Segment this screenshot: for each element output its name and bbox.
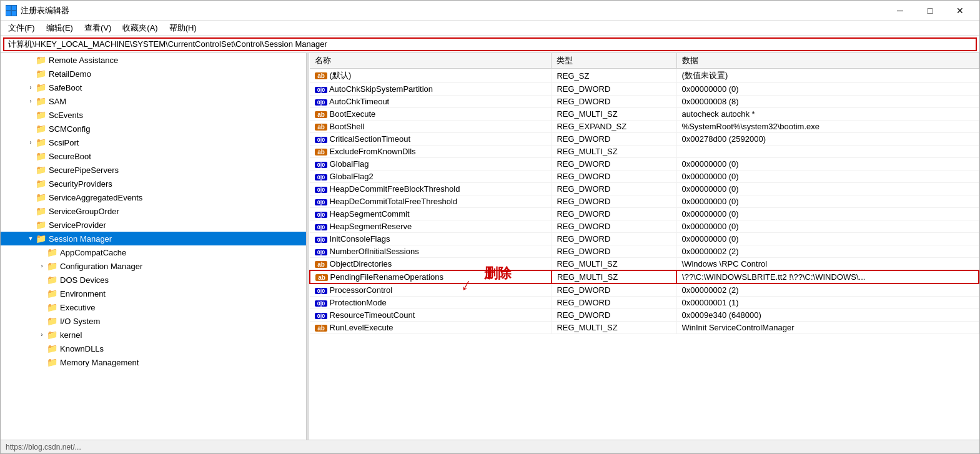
tree-item[interactable]: 📁Memory Management (1, 355, 306, 369)
expand-button[interactable] (37, 275, 47, 285)
expand-button[interactable]: › (26, 96, 36, 106)
dword-icon: 0|0 (315, 224, 327, 230)
tree-item-label: Environment (60, 289, 106, 299)
table-row[interactable]: 0|0 NumberOfInitialSessionsREG_DWORD0x00… (310, 245, 979, 258)
expand-button[interactable]: › (37, 330, 47, 340)
folder-icon: 📁 (36, 151, 46, 161)
folder-icon: 📁 (47, 275, 57, 285)
table-row[interactable]: ab PendingFileRenameOperationsREG_MULTI_… (310, 270, 979, 284)
table-row[interactable]: 0|0 CriticalSectionTimeoutREG_DWORD0x002… (310, 133, 979, 146)
tree-item[interactable]: 📁RetailDemo (1, 67, 306, 81)
cell-data: 0x00000002 (2) (676, 284, 979, 297)
expand-button[interactable] (26, 151, 36, 161)
folder-icon: 📁 (47, 330, 57, 340)
menu-item[interactable]: 编辑(E) (41, 21, 78, 35)
tree-item[interactable]: ▼📁Session Manager (1, 232, 306, 245)
table-row[interactable]: ab BootShellREG_EXPAND_SZ%SystemRoot%\sy… (310, 121, 979, 133)
expand-button[interactable] (26, 124, 36, 134)
cell-name: 0|0 HeapSegmentReserve (310, 220, 552, 233)
menu-item[interactable]: 帮助(H) (164, 21, 202, 35)
menu-item[interactable]: 文件(F) (3, 21, 40, 35)
tree-item-label: ServiceGroupOrder (49, 207, 119, 216)
expand-button[interactable]: › (26, 82, 36, 92)
table-row[interactable]: 0|0 HeapDeCommitTotalFreeThresholdREG_DW… (310, 195, 979, 208)
expand-button[interactable] (37, 343, 47, 353)
table-row[interactable]: 0|0 ProtectionModeREG_DWORD0x00000001 (1… (310, 297, 979, 309)
cell-data: 0x00000000 (0) (676, 233, 979, 245)
close-button[interactable]: ✕ (946, 1, 974, 21)
table-row[interactable]: 0|0 HeapDeCommitFreeBlockThresholdREG_DW… (310, 183, 979, 195)
expand-button[interactable]: › (37, 261, 47, 271)
tree-item[interactable]: 📁SCMConfig (1, 122, 306, 136)
table-row[interactable]: ab RunLevelExecuteREG_MULTI_SZWinInit Se… (310, 322, 979, 334)
folder-icon: 📁 (47, 289, 57, 299)
tree-item[interactable]: 📁ServiceGroupOrder (1, 204, 306, 218)
expand-button[interactable] (37, 357, 47, 367)
cell-name: 0|0 HeapDeCommitTotalFreeThreshold (310, 195, 552, 208)
tree-item[interactable]: 📁SecureBoot (1, 149, 306, 163)
expand-button[interactable] (37, 302, 47, 312)
expand-button[interactable] (26, 206, 36, 216)
folder-icon: 📁 (36, 110, 46, 120)
table-row[interactable]: 0|0 HeapSegmentCommitREG_DWORD0x00000000… (310, 208, 979, 220)
table-row[interactable]: ab (默认)REG_SZ(数值未设置) (310, 69, 979, 83)
cell-name: ab BootExecute (310, 108, 552, 121)
expand-button[interactable] (26, 55, 36, 65)
expand-button[interactable] (37, 289, 47, 299)
title-bar: 注册表编辑器 ─ □ ✕ (1, 1, 979, 21)
expand-button[interactable] (37, 316, 47, 326)
tree-panel[interactable]: 📁Remote Assistance📁RetailDemo›📁SafeBoot›… (1, 53, 307, 440)
registry-panel[interactable]: 名称 类型 数据 ab (默认)REG_SZ(数值未设置)0|0 AutoChk… (309, 53, 979, 440)
tree-item[interactable]: 📁Remote Assistance (1, 53, 306, 67)
tree-item-label: SAM (49, 97, 66, 106)
tree-item[interactable]: ›📁SafeBoot (1, 81, 306, 94)
table-row[interactable]: ab ExcludeFromKnownDllsREG_MULTI_SZ (310, 146, 979, 158)
table-row[interactable]: 0|0 GlobalFlag2REG_DWORD0x00000000 (0) (310, 170, 979, 183)
tree-item[interactable]: 📁AppCompatCache (1, 245, 306, 259)
tree-item[interactable]: ›📁ScsiPort (1, 136, 306, 149)
expand-button[interactable] (37, 247, 47, 257)
table-row[interactable]: 0|0 ResourceTimeoutCountREG_DWORD0x0009e… (310, 309, 979, 322)
expand-button[interactable] (26, 220, 36, 230)
expand-button[interactable] (26, 110, 36, 120)
tree-item[interactable]: 📁Executive (1, 300, 306, 314)
cell-type: REG_DWORD (552, 195, 676, 208)
menu-item[interactable]: 查看(V) (79, 21, 116, 35)
tree-item[interactable]: 📁DOS Devices (1, 273, 306, 287)
expand-button[interactable] (26, 165, 36, 175)
tree-item[interactable]: 📁SecurePipeServers (1, 163, 306, 177)
tree-item[interactable]: 📁SecurityProviders (1, 177, 306, 190)
table-row[interactable]: 0|0 AutoChkTimeoutREG_DWORD0x00000008 (8… (310, 96, 979, 108)
tree-item[interactable]: 📁ScEvents (1, 108, 306, 122)
tree-item[interactable]: 📁Environment (1, 287, 306, 300)
tree-item-label: ScEvents (49, 111, 83, 120)
menu-item[interactable]: 收藏夹(A) (117, 21, 162, 35)
table-row[interactable]: 0|0 InitConsoleFlagsREG_DWORD0x00000000 … (310, 233, 979, 245)
tree-item[interactable]: 📁ServiceAggregatedEvents (1, 190, 306, 204)
tree-item[interactable]: 📁I/O System (1, 314, 306, 328)
table-row[interactable]: 0|0 GlobalFlagREG_DWORD0x00000000 (0) (310, 158, 979, 170)
minimize-button[interactable]: ─ (886, 1, 914, 21)
tree-item[interactable]: ›📁kernel (1, 328, 306, 342)
cell-data: 0x0009e340 (648000) (676, 309, 979, 322)
table-row[interactable]: ab BootExecuteREG_MULTI_SZautocheck auto… (310, 108, 979, 121)
expand-button[interactable] (26, 179, 36, 189)
expand-button[interactable] (26, 69, 36, 79)
expand-button[interactable]: ▼ (26, 234, 36, 244)
expand-button[interactable]: › (26, 137, 36, 147)
tree-item[interactable]: 📁ServiceProvider (1, 218, 306, 232)
expand-button[interactable] (26, 192, 36, 202)
table-row[interactable]: ab ObjectDirectoriesREG_MULTI_SZ\Windows… (310, 258, 979, 271)
tree-item[interactable]: ›📁Configuration Manager (1, 259, 306, 273)
table-row[interactable]: 0|0 HeapSegmentReserveREG_DWORD0x0000000… (310, 220, 979, 233)
table-row[interactable]: 0|0 ProcessorControlREG_DWORD0x00000002 … (310, 284, 979, 297)
tree-item[interactable]: ›📁SAM (1, 94, 306, 108)
maximize-button[interactable]: □ (916, 1, 944, 21)
table-row[interactable]: 0|0 AutoChkSkipSystemPartitionREG_DWORD0… (310, 83, 979, 96)
cell-name: 0|0 CriticalSectionTimeout (310, 133, 552, 146)
cell-name: ab (默认) (310, 69, 552, 83)
tree-item-label: DOS Devices (60, 275, 109, 285)
address-input[interactable] (3, 37, 977, 51)
cell-data: \Windows \RPC Control (676, 258, 979, 271)
tree-item[interactable]: 📁KnownDLLs (1, 342, 306, 355)
